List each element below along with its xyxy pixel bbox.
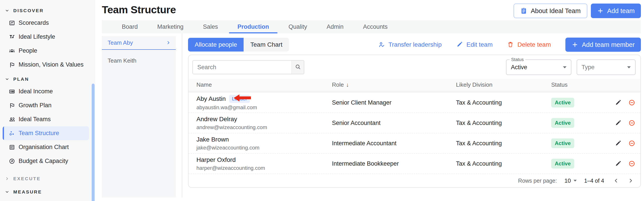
pagination-range: 1–4 of 4 <box>584 178 604 184</box>
about-ideal-team-button[interactable]: About Ideal Team <box>514 3 587 18</box>
tab-admin[interactable]: Admin <box>317 20 354 33</box>
annotation-arrow <box>234 94 251 101</box>
table-row[interactable]: Jake Brown jake@wizeaccounting.com Inter… <box>188 133 640 154</box>
sidebar-section-discover[interactable]: DISCOVER <box>0 5 95 16</box>
sidebar-section-plan[interactable]: PLAN <box>0 74 95 84</box>
sidebar-section-execute[interactable]: EXECUTE <box>0 173 95 184</box>
column-header-name[interactable]: Name <box>196 81 332 88</box>
sidebar-item-scorecards[interactable]: Scorecards <box>0 16 95 30</box>
sidebar-item-organisation-chart[interactable]: Organisation Chart <box>0 140 95 154</box>
sidebar-item-ideal-lifestyle[interactable]: Ideal Lifestyle <box>0 30 95 44</box>
chevron-right-icon <box>5 177 9 181</box>
transfer-leadership-button[interactable]: Transfer leadership <box>378 41 442 48</box>
view-segmented-control: Allocate people Team Chart <box>188 38 289 51</box>
sidebar-item-budget-capacity[interactable]: Budget & Capacity <box>0 154 95 168</box>
member-division: Tax & Accounting <box>456 160 551 167</box>
tab-label: Quality <box>288 23 307 30</box>
next-page-icon[interactable] <box>628 178 634 184</box>
table-row[interactable]: Aby Austin Leader abyaustin.wa@gmail.com… <box>188 93 640 113</box>
column-header-role[interactable]: Role ↓ <box>332 81 456 88</box>
scorecards-icon <box>9 20 15 26</box>
add-team-member-button[interactable]: Add team member <box>566 38 641 52</box>
sidebar-section-label: EXECUTE <box>13 176 41 181</box>
edit-member-icon[interactable] <box>615 120 622 126</box>
member-role: Intermediate Accountant <box>332 140 456 147</box>
tab-marketing[interactable]: Marketing <box>148 20 193 33</box>
main-content: Team Structure About Ideal Team Add team… <box>95 0 644 201</box>
column-header-status[interactable]: Status <box>551 81 604 88</box>
sidebar-section-label: DISCOVER <box>13 8 44 13</box>
status-filter-select[interactable]: Status Active <box>506 59 571 75</box>
remove-member-icon[interactable] <box>628 140 635 147</box>
table-row[interactable]: Andrew Delray andrew@wizeaccounting.com … <box>188 113 640 133</box>
sidebar-item-team-structure[interactable]: Team Structure <box>3 126 89 140</box>
sidebar-section-label: PLAN <box>13 76 29 82</box>
team-chart-segment[interactable]: Team Chart <box>244 38 289 51</box>
page-header: Team Structure About Ideal Team Add team <box>102 0 641 20</box>
member-email: andrew@wizeaccounting.com <box>196 124 332 130</box>
edit-member-icon[interactable] <box>615 99 622 106</box>
tab-accounts[interactable]: Accounts <box>353 20 397 33</box>
chevron-right-icon <box>166 40 171 45</box>
team-item-team-aby[interactable]: Team Aby <box>102 36 176 50</box>
rows-per-page-select[interactable]: 10 <box>564 177 577 184</box>
sidebar-scrollbar[interactable] <box>92 84 94 201</box>
add-team-button[interactable]: Add team <box>591 3 641 18</box>
sidebar-item-label: Ideal Income <box>18 88 53 95</box>
sidebar-section-measure[interactable]: MEASURE <box>0 187 95 197</box>
column-header-division[interactable]: Likely Division <box>456 81 551 88</box>
sidebar-item-label: Ideal Lifestyle <box>18 33 55 40</box>
search-box <box>192 60 304 74</box>
remove-member-icon[interactable] <box>628 120 635 126</box>
team-item-team-keith[interactable]: Team Keith <box>102 54 176 67</box>
sidebar-item-ideal-income[interactable]: Ideal Income <box>0 84 95 98</box>
column-header-role-label: Role <box>332 81 344 88</box>
member-division: Tax & Accounting <box>456 99 551 106</box>
type-filter-placeholder: Type <box>582 64 594 71</box>
tab-sales[interactable]: Sales <box>193 20 228 33</box>
edit-team-button[interactable]: Edit team <box>456 41 492 48</box>
member-name: Harper Oxford <box>196 156 236 163</box>
remove-member-icon[interactable] <box>628 99 635 106</box>
sidebar-item-label: Mission, Vision & Values <box>18 61 84 68</box>
table-row[interactable]: Harper Oxford harper@wizeaccounting.com … <box>188 154 640 174</box>
sidebar-item-label: People <box>18 47 37 54</box>
member-role: Intermediate Bookkeeper <box>332 160 456 167</box>
arrow-head <box>234 94 240 101</box>
edit-member-icon[interactable] <box>615 140 622 147</box>
tab-quality[interactable]: Quality <box>279 20 317 33</box>
sidebar-item-mission-vision-values[interactable]: Mission, Vision & Values <box>0 58 95 72</box>
pagination-controls <box>613 178 634 184</box>
sidebar-item-ideal-teams[interactable]: Ideal Teams <box>0 112 95 126</box>
search-icon <box>294 63 301 71</box>
rows-per-page-value: 10 <box>564 177 571 184</box>
delete-team-button[interactable]: Delete team <box>507 41 551 48</box>
member-email: jake@wizeaccounting.com <box>196 145 332 151</box>
member-division: Tax & Accounting <box>456 140 551 147</box>
people-outline-icon <box>9 116 15 123</box>
allocate-people-segment[interactable]: Allocate people <box>188 38 244 51</box>
search-button[interactable] <box>292 61 304 74</box>
filter-selects: Status Active Type <box>506 59 636 75</box>
sidebar-item-people[interactable]: People <box>0 44 95 58</box>
tab-production[interactable]: Production <box>228 20 279 33</box>
status-badge: Active <box>551 138 574 148</box>
previous-page-icon[interactable] <box>613 178 619 184</box>
member-name: Aby Austin <box>196 95 226 102</box>
remove-member-icon[interactable] <box>628 160 635 167</box>
type-filter-select[interactable]: Type <box>577 59 636 75</box>
about-button-label: About Ideal Team <box>531 7 581 14</box>
edit-member-icon[interactable] <box>615 160 622 167</box>
row-actions <box>604 99 635 106</box>
tab-board[interactable]: Board <box>112 20 148 33</box>
sidebar-item-growth-plan[interactable]: Growth Plan <box>0 98 95 112</box>
delete-team-label: Delete team <box>517 41 551 48</box>
chevron-down-icon <box>5 77 9 81</box>
tab-label: Sales <box>203 23 218 30</box>
caret-down-icon <box>627 66 631 68</box>
add-team-label: Add team <box>607 7 635 14</box>
rows-per-page-label: Rows per page: <box>518 178 557 184</box>
member-status-cell: Active <box>551 159 604 169</box>
pencil-icon <box>456 41 463 48</box>
search-input[interactable] <box>193 61 292 74</box>
